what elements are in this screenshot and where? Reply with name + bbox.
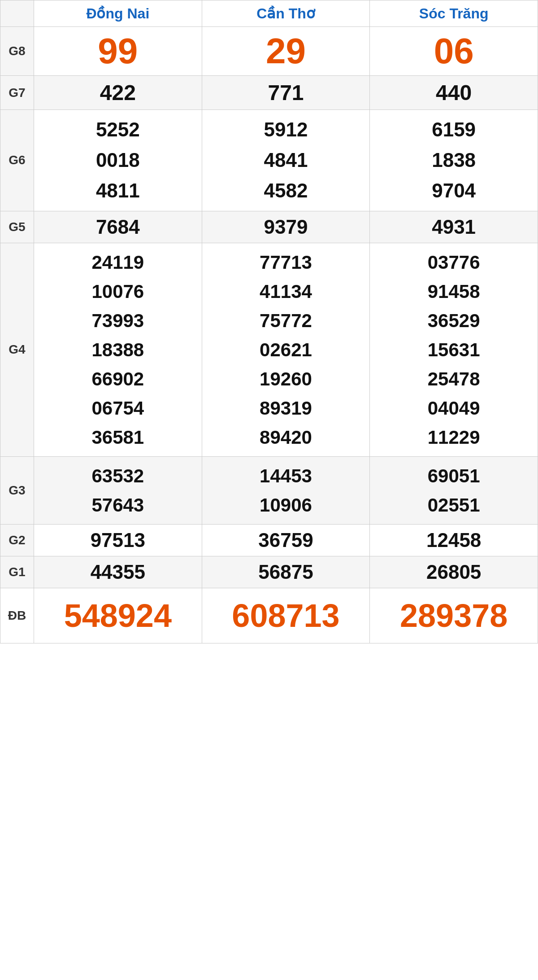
g5-row: G5 7684 9379 4931 [0,211,538,243]
g5-soc-trang: 4931 [370,211,538,243]
g8-soc-trang: 06 [370,27,538,76]
g3-dong-nai: 63532 57643 [34,457,202,525]
g4-soc-trang: 03776 91458 36529 15631 25478 04049 1122… [370,243,538,457]
g8-dong-nai: 99 [34,27,202,76]
db-dong-nai: 548924 [34,588,202,643]
g5-dong-nai: 7684 [34,211,202,243]
g6-soc-trang: 6159 1838 9704 [370,110,538,211]
g6-label: G6 [0,110,34,211]
g3-soc-trang: 69051 02551 [370,457,538,525]
g5-label: G5 [0,211,34,243]
g6-row: G6 5252 0018 4811 5912 4841 4582 6159 18… [0,110,538,211]
g8-can-tho: 29 [202,27,370,76]
g3-label: G3 [0,457,34,525]
g8-row: G8 99 29 06 [0,27,538,76]
g6-can-tho: 5912 4841 4582 [202,110,370,211]
g5-can-tho: 9379 [202,211,370,243]
g7-can-tho: 771 [202,76,370,110]
g7-row: G7 422 771 440 [0,76,538,110]
g1-soc-trang: 26805 [370,556,538,588]
g4-row: G4 24119 10076 73993 18388 66902 06754 3… [0,243,538,457]
g7-soc-trang: 440 [370,76,538,110]
db-soc-trang: 289378 [370,588,538,643]
g4-can-tho: 77713 41134 75772 02621 19260 89319 8942… [202,243,370,457]
g2-row: G2 97513 36759 12458 [0,525,538,556]
db-can-tho: 608713 [202,588,370,643]
g7-label: G7 [0,76,34,110]
g8-label: G8 [0,27,34,76]
g1-label: G1 [0,556,34,588]
g6-dong-nai: 5252 0018 4811 [34,110,202,211]
g2-can-tho: 36759 [202,525,370,556]
g4-dong-nai: 24119 10076 73993 18388 66902 06754 3658… [34,243,202,457]
g7-dong-nai: 422 [34,76,202,110]
g2-soc-trang: 12458 [370,525,538,556]
header-can-tho: Cần Thơ [202,0,370,27]
header-dong-nai: Đồng Nai [34,0,202,27]
g4-label: G4 [0,243,34,457]
lottery-results-table: Đồng Nai Cần Thơ Sóc Trăng G8 99 29 06 G… [0,0,538,643]
header-soc-trang: Sóc Trăng [370,0,538,27]
g1-can-tho: 56875 [202,556,370,588]
g2-label: G2 [0,525,34,556]
g2-dong-nai: 97513 [34,525,202,556]
g3-row: G3 63532 57643 14453 10906 69051 02551 [0,457,538,525]
db-row: ĐB 548924 608713 289378 [0,588,538,643]
g1-dong-nai: 44355 [34,556,202,588]
db-label: ĐB [0,588,34,643]
header-empty [0,0,34,27]
g1-row: G1 44355 56875 26805 [0,556,538,588]
g3-can-tho: 14453 10906 [202,457,370,525]
